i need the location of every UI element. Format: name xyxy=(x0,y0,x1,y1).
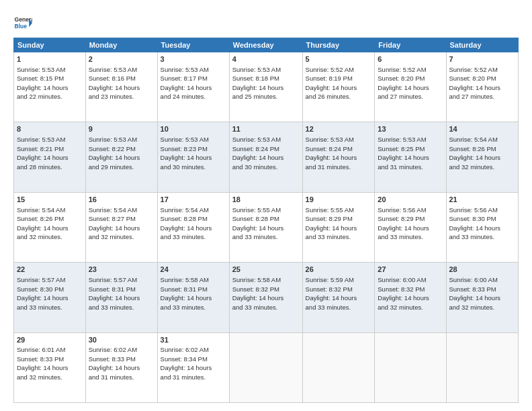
weekday-header: Friday xyxy=(375,38,446,52)
day-info: Sunrise: 5:58 AMSunset: 8:31 PMDaylight:… xyxy=(161,276,212,311)
calendar-cell: 17 Sunrise: 5:54 AMSunset: 8:28 PMDaylig… xyxy=(157,192,229,262)
day-number: 30 xyxy=(89,335,154,345)
calendar-week-row: 22 Sunrise: 5:57 AMSunset: 8:30 PMDaylig… xyxy=(14,263,519,332)
day-info: Sunrise: 6:01 AMSunset: 8:33 PMDaylight:… xyxy=(17,346,69,381)
calendar-cell: 8 Sunrise: 5:53 AMSunset: 8:21 PMDayligh… xyxy=(14,122,86,192)
day-number: 27 xyxy=(378,265,443,275)
day-number: 25 xyxy=(232,265,300,275)
logo-icon: General Blue xyxy=(13,13,32,32)
weekday-header: Tuesday xyxy=(157,38,229,52)
day-number: 10 xyxy=(161,124,226,134)
day-info: Sunrise: 5:53 AMSunset: 8:24 PMDaylight:… xyxy=(232,136,284,171)
day-info: Sunrise: 5:54 AMSunset: 8:27 PMDaylight:… xyxy=(89,206,140,241)
day-number: 26 xyxy=(306,265,372,275)
day-number: 6 xyxy=(378,54,443,64)
day-info: Sunrise: 5:53 AMSunset: 8:24 PMDaylight:… xyxy=(306,136,357,171)
day-number: 28 xyxy=(449,265,516,275)
day-info: Sunrise: 5:57 AMSunset: 8:31 PMDaylight:… xyxy=(89,276,140,311)
calendar-cell: 26 Sunrise: 5:59 AMSunset: 8:32 PMDaylig… xyxy=(302,263,375,332)
calendar-cell xyxy=(375,332,446,402)
calendar-cell: 5 Sunrise: 5:52 AMSunset: 8:19 PMDayligh… xyxy=(302,52,375,122)
day-info: Sunrise: 5:56 AMSunset: 8:30 PMDaylight:… xyxy=(449,206,501,241)
day-info: Sunrise: 5:59 AMSunset: 8:32 PMDaylight:… xyxy=(306,276,357,311)
calendar-cell: 22 Sunrise: 5:57 AMSunset: 8:30 PMDaylig… xyxy=(14,263,86,332)
calendar-cell: 16 Sunrise: 5:54 AMSunset: 8:27 PMDaylig… xyxy=(85,192,157,262)
day-info: Sunrise: 5:54 AMSunset: 8:26 PMDaylight:… xyxy=(449,136,501,171)
day-info: Sunrise: 6:02 AMSunset: 8:33 PMDaylight:… xyxy=(89,346,140,381)
day-info: Sunrise: 5:55 AMSunset: 8:28 PMDaylight:… xyxy=(232,206,284,241)
day-number: 8 xyxy=(17,124,83,134)
calendar-week-row: 8 Sunrise: 5:53 AMSunset: 8:21 PMDayligh… xyxy=(14,122,519,192)
calendar-cell: 11 Sunrise: 5:53 AMSunset: 8:24 PMDaylig… xyxy=(229,122,302,192)
calendar-cell: 9 Sunrise: 5:53 AMSunset: 8:22 PMDayligh… xyxy=(85,122,157,192)
day-number: 20 xyxy=(378,195,443,205)
day-number: 5 xyxy=(306,54,372,64)
day-info: Sunrise: 6:00 AMSunset: 8:33 PMDaylight:… xyxy=(449,276,501,311)
calendar-cell xyxy=(229,332,302,402)
day-number: 3 xyxy=(161,54,226,64)
day-number: 21 xyxy=(449,195,516,205)
day-info: Sunrise: 5:53 AMSunset: 8:15 PMDaylight:… xyxy=(17,66,69,101)
day-number: 19 xyxy=(306,195,372,205)
calendar-cell: 15 Sunrise: 5:54 AMSunset: 8:26 PMDaylig… xyxy=(14,192,86,262)
calendar-cell: 20 Sunrise: 5:56 AMSunset: 8:29 PMDaylig… xyxy=(375,192,446,262)
day-info: Sunrise: 5:53 AMSunset: 8:18 PMDaylight:… xyxy=(232,66,284,101)
calendar-header-row: SundayMondayTuesdayWednesdayThursdayFrid… xyxy=(14,38,519,52)
weekday-header: Thursday xyxy=(302,38,375,52)
calendar-cell: 6 Sunrise: 5:52 AMSunset: 8:20 PMDayligh… xyxy=(375,52,446,122)
day-number: 11 xyxy=(232,124,300,134)
calendar-cell: 24 Sunrise: 5:58 AMSunset: 8:31 PMDaylig… xyxy=(157,263,229,332)
day-number: 16 xyxy=(89,195,154,205)
logo: General Blue xyxy=(13,13,32,32)
calendar-cell: 23 Sunrise: 5:57 AMSunset: 8:31 PMDaylig… xyxy=(85,263,157,332)
day-number: 12 xyxy=(306,124,372,134)
day-number: 9 xyxy=(89,124,154,134)
calendar-cell: 4 Sunrise: 5:53 AMSunset: 8:18 PMDayligh… xyxy=(229,52,302,122)
day-number: 17 xyxy=(161,195,226,205)
svg-text:Blue: Blue xyxy=(15,23,28,30)
day-number: 4 xyxy=(232,54,300,64)
day-info: Sunrise: 5:52 AMSunset: 8:20 PMDaylight:… xyxy=(449,66,501,101)
day-number: 7 xyxy=(449,54,516,64)
calendar-cell: 14 Sunrise: 5:54 AMSunset: 8:26 PMDaylig… xyxy=(446,122,519,192)
calendar-cell: 29 Sunrise: 6:01 AMSunset: 8:33 PMDaylig… xyxy=(14,332,86,402)
calendar-cell: 13 Sunrise: 5:53 AMSunset: 8:25 PMDaylig… xyxy=(375,122,446,192)
calendar-week-row: 1 Sunrise: 5:53 AMSunset: 8:15 PMDayligh… xyxy=(14,52,519,122)
day-info: Sunrise: 5:53 AMSunset: 8:21 PMDaylight:… xyxy=(17,136,69,171)
calendar-cell: 18 Sunrise: 5:55 AMSunset: 8:28 PMDaylig… xyxy=(229,192,302,262)
day-info: Sunrise: 5:52 AMSunset: 8:20 PMDaylight:… xyxy=(378,66,429,101)
calendar-table: SundayMondayTuesdayWednesdayThursdayFrid… xyxy=(13,38,519,403)
calendar-cell: 10 Sunrise: 5:53 AMSunset: 8:23 PMDaylig… xyxy=(157,122,229,192)
weekday-header: Saturday xyxy=(446,38,519,52)
day-info: Sunrise: 5:56 AMSunset: 8:29 PMDaylight:… xyxy=(378,206,429,241)
day-number: 23 xyxy=(89,265,154,275)
day-info: Sunrise: 5:53 AMSunset: 8:17 PMDaylight:… xyxy=(161,66,212,101)
day-info: Sunrise: 6:02 AMSunset: 8:34 PMDaylight:… xyxy=(161,346,212,381)
calendar-cell xyxy=(302,332,375,402)
day-info: Sunrise: 5:53 AMSunset: 8:22 PMDaylight:… xyxy=(89,136,140,171)
calendar-cell: 31 Sunrise: 6:02 AMSunset: 8:34 PMDaylig… xyxy=(157,332,229,402)
calendar-cell: 30 Sunrise: 6:02 AMSunset: 8:33 PMDaylig… xyxy=(85,332,157,402)
header: General Blue xyxy=(13,11,519,32)
calendar-cell xyxy=(446,332,519,402)
day-info: Sunrise: 5:53 AMSunset: 8:25 PMDaylight:… xyxy=(378,136,429,171)
day-info: Sunrise: 5:53 AMSunset: 8:23 PMDaylight:… xyxy=(161,136,212,171)
calendar-week-row: 29 Sunrise: 6:01 AMSunset: 8:33 PMDaylig… xyxy=(14,332,519,402)
day-number: 13 xyxy=(378,124,443,134)
calendar-cell: 28 Sunrise: 6:00 AMSunset: 8:33 PMDaylig… xyxy=(446,263,519,332)
calendar-cell: 1 Sunrise: 5:53 AMSunset: 8:15 PMDayligh… xyxy=(14,52,86,122)
day-info: Sunrise: 5:57 AMSunset: 8:30 PMDaylight:… xyxy=(17,276,69,311)
day-info: Sunrise: 5:53 AMSunset: 8:16 PMDaylight:… xyxy=(89,66,140,101)
day-info: Sunrise: 5:58 AMSunset: 8:32 PMDaylight:… xyxy=(232,276,284,311)
day-number: 24 xyxy=(161,265,226,275)
weekday-header: Wednesday xyxy=(229,38,302,52)
day-info: Sunrise: 5:54 AMSunset: 8:28 PMDaylight:… xyxy=(161,206,212,241)
calendar-cell: 21 Sunrise: 5:56 AMSunset: 8:30 PMDaylig… xyxy=(446,192,519,262)
day-number: 2 xyxy=(89,54,154,64)
day-info: Sunrise: 6:00 AMSunset: 8:32 PMDaylight:… xyxy=(378,276,429,311)
day-info: Sunrise: 5:55 AMSunset: 8:29 PMDaylight:… xyxy=(306,206,357,241)
page: General Blue SundayMondayTuesdayWednesda… xyxy=(0,0,532,411)
calendar-week-row: 15 Sunrise: 5:54 AMSunset: 8:26 PMDaylig… xyxy=(14,192,519,262)
day-number: 14 xyxy=(449,124,516,134)
calendar-cell: 19 Sunrise: 5:55 AMSunset: 8:29 PMDaylig… xyxy=(302,192,375,262)
